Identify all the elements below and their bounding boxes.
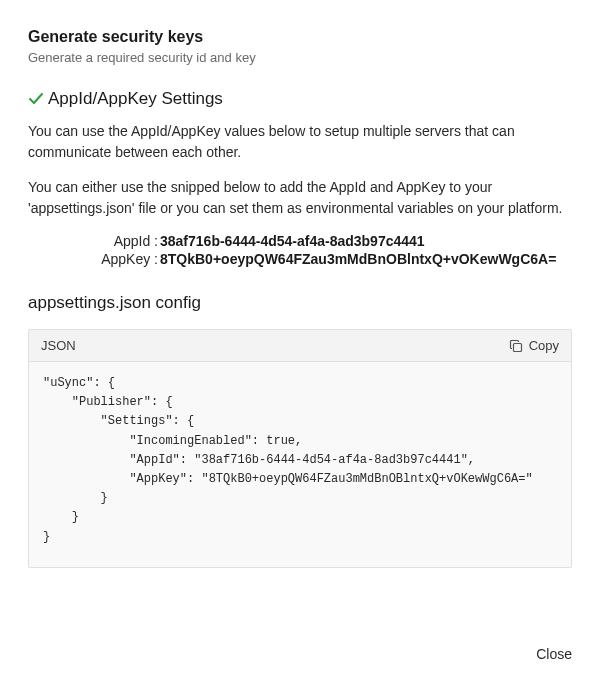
page-title: Generate security keys [28, 28, 572, 46]
appkey-label: AppKey : [28, 251, 160, 267]
copy-icon [509, 339, 523, 353]
code-header: JSON Copy [29, 330, 571, 362]
appid-value: 38af716b-6444-4d54-af4a-8ad3b97c4441 [160, 233, 425, 249]
code-language-label: JSON [41, 338, 76, 353]
page-subtitle: Generate a required security id and key [28, 50, 572, 65]
intro-paragraph-1: You can use the AppId/AppKey values belo… [28, 121, 572, 163]
appkey-value: 8TQkB0+oeypQW64FZau3mMdBnOBlntxQ+vOKewWg… [160, 251, 556, 267]
appid-label: AppId : [28, 233, 160, 249]
code-body: "uSync": { "Publisher": { "Settings": { … [29, 362, 571, 567]
close-button[interactable]: Close [536, 646, 572, 662]
copy-button[interactable]: Copy [509, 338, 559, 353]
code-block: JSON Copy "uSync": { "Publisher": { "Set… [28, 329, 572, 568]
section-heading-text: AppId/AppKey Settings [48, 89, 223, 109]
appkey-row: AppKey : 8TQkB0+oeypQW64FZau3mMdBnOBlntx… [28, 251, 572, 267]
appid-row: AppId : 38af716b-6444-4d54-af4a-8ad3b97c… [28, 233, 572, 249]
copy-button-label: Copy [529, 338, 559, 353]
intro-paragraph-2: You can either use the snipped below to … [28, 177, 572, 219]
key-values-block: AppId : 38af716b-6444-4d54-af4a-8ad3b97c… [28, 233, 572, 267]
config-heading: appsettings.json config [28, 293, 572, 313]
svg-rect-0 [513, 343, 521, 351]
section-heading: AppId/AppKey Settings [28, 89, 572, 109]
checkmark-icon [28, 91, 44, 107]
